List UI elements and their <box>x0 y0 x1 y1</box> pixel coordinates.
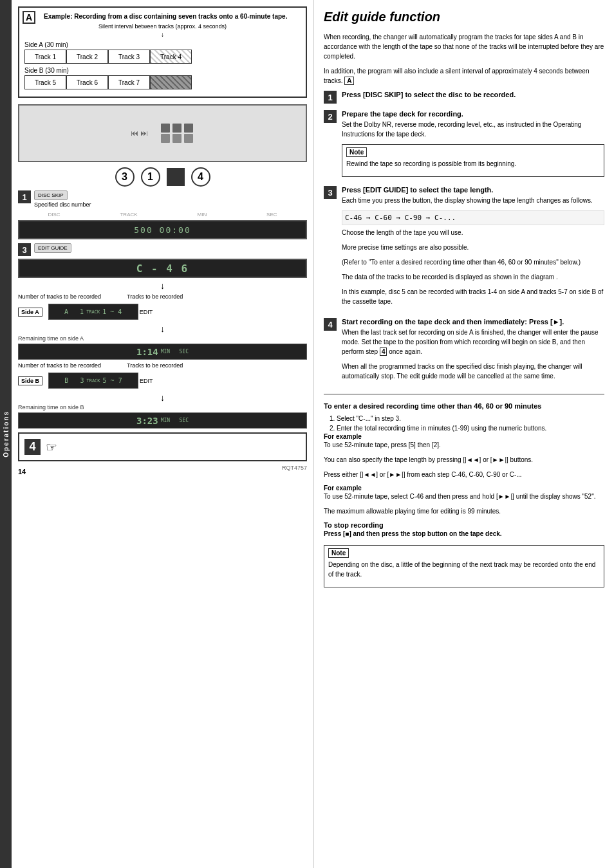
silent-interval: Silent interval between tracks (approx. … <box>24 23 301 30</box>
side-b-indicator: Side B <box>18 376 42 385</box>
right-step3-content: Press [EDIT GUIDE] to select the tape le… <box>342 186 604 311</box>
subsection-body4: The maximum allowable playing time for e… <box>324 506 604 516</box>
step-circle-1: 1 <box>141 167 160 187</box>
display1-screen: 500 00:00 <box>18 220 307 239</box>
right-step2: 2 Prepare the tape deck for recording. S… <box>324 110 604 180</box>
right-step3-body5: The data of the tracks to be recorded is… <box>342 272 604 282</box>
right-step2-content: Prepare the tape deck for recording. Set… <box>342 110 604 180</box>
arrow-down-4: ↓ <box>18 392 307 403</box>
step1-section: 1 DISC SKIP Specified disc number DISCTR… <box>18 190 307 239</box>
track-cell-6: Track 6 <box>66 75 108 89</box>
side-a-display-container: A 1TRACK1 ~ 4 EDIT <box>48 302 153 322</box>
specified-disc-label: Specified disc number <box>34 201 91 208</box>
intro2-text: In addition, the program will also inclu… <box>324 68 589 84</box>
page-footer: 14 RQT4757 <box>18 465 307 476</box>
right-step1-title: Press [DISC SKIP] to select the disc to … <box>342 91 604 98</box>
right-step4-num: 4 <box>324 318 337 331</box>
step4-section: 4 ☞ <box>18 432 307 461</box>
right-step3-body4: (Refer to "To enter a desired recording … <box>342 257 604 267</box>
step3-section: 3 EDIT GUIDE C - 4 6 ↓ Number of tracks … <box>18 243 307 429</box>
arrow-down-icon: ↓ <box>24 31 301 38</box>
subsection-body3: Press either [|◄◄] or [►►|] from each st… <box>324 470 604 479</box>
intro-text-1: When recording, the changer will automat… <box>324 32 604 61</box>
side-a-display-section: Number of tracks to be recorded Tracks t… <box>18 293 307 360</box>
step1-number: 1 <box>18 190 31 203</box>
track-cell-2: Track 2 <box>66 50 108 64</box>
right-step3-body: Each time you press the button, the disp… <box>342 196 604 205</box>
side-b-row: Side B B 3TRACK5 ~ 7 EDIT <box>18 371 307 391</box>
diagram-label-a: A <box>23 11 35 24</box>
side-a-indicator: Side A <box>18 308 42 317</box>
step3-header: 3 EDIT GUIDE <box>18 243 307 256</box>
stop-recording-title: To stop recording <box>324 521 604 529</box>
right-step4-content: Start recording on the tape deck and the… <box>342 318 604 386</box>
right-step4-body2: once again. <box>389 348 422 355</box>
divider <box>324 394 604 394</box>
side-b-label: Side B (30 min) <box>24 67 301 74</box>
subsection-step-2: Enter the total recording time in minute… <box>337 423 604 433</box>
right-step4-body3: When all the programmed tracks on the sp… <box>342 362 604 381</box>
right-step1: 1 Press [DISC SKIP] to select the disc t… <box>324 91 604 104</box>
right-step3-body2: Choose the length of the tape you will u… <box>342 228 604 237</box>
right-step4-title: Start recording on the tape deck and the… <box>342 318 604 326</box>
track-cell-3: Track 3 <box>108 50 150 64</box>
subsection-steps: Select "C-..." in step 3. Enter the tota… <box>337 414 604 433</box>
annotation-tracks-a: Number of tracks to be recorded Tracks t… <box>18 293 307 300</box>
sidebar: Operations <box>0 0 12 868</box>
note-label-2: Note <box>346 147 367 157</box>
display-remaining-b: 3:23 MIN SEC <box>18 412 307 429</box>
edit-guide-btn: EDIT GUIDE <box>34 243 71 253</box>
right-step2-body: Set the Dolby NR, reverse mode, recordin… <box>342 120 604 139</box>
right-step3-title: Press [EDIT GUIDE] to select the tape le… <box>342 186 604 194</box>
device-buttons <box>161 124 194 143</box>
device-illustration: ⏮ ⏭ <box>18 104 307 162</box>
remaining-a-label: Remaining time on side A <box>18 335 307 342</box>
display-side-a: A 1TRACK1 ~ 4 <box>48 304 138 320</box>
track-cell-5: Track 5 <box>24 75 66 89</box>
intro-label-a: A <box>344 77 354 85</box>
track-cell-4: Track 4 <box>150 50 192 64</box>
step3-number: 3 <box>18 243 31 256</box>
right-step1-content: Press [DISC SKIP] to select the disc to … <box>342 91 604 100</box>
tracks-row-a: Track 1 Track 2 Track 3 Track 4 <box>24 50 301 64</box>
sidebar-label: Operations <box>3 411 10 457</box>
tracks-recorded-label-a: Tracks to be recorded <box>127 293 183 300</box>
display-side-b: B 3TRACK5 ~ 7 <box>48 373 138 389</box>
display2-screen: C - 4 6 <box>18 259 307 278</box>
disc-skip-btn: DISC SKIP <box>34 190 68 200</box>
right-step4-body: When the last track set for recording on… <box>342 328 604 356</box>
remaining-b-label: Remaining time on side B <box>18 404 307 411</box>
stop-button <box>167 168 185 186</box>
note-box-2: Note Rewind the tape so recording is pos… <box>342 144 604 177</box>
track-cell-7: Track 7 <box>108 75 150 89</box>
device-display: ⏮ ⏭ <box>131 129 148 138</box>
track-hatch <box>150 75 192 89</box>
rqt-number: RQT4757 <box>282 465 307 476</box>
sequence-display: C-46 → C-60 → C-90 → C-... <box>342 210 604 225</box>
right-step3-body3: More precise time settings are also poss… <box>342 243 604 252</box>
right-step3: 3 Press [EDIT GUIDE] to select the tape … <box>324 186 604 311</box>
step1-header: 1 DISC SKIP Specified disc number <box>18 190 307 209</box>
side-b-display-section: Number of tracks to be recorded Tracks t… <box>18 362 307 429</box>
example-text: Example: Recording from a disc containin… <box>44 13 301 20</box>
note-box-final: Note Depending on the disc, a little of … <box>324 545 604 587</box>
right-panel: Edit guide function When recording, the … <box>314 0 614 868</box>
side-a-label: Side A (30 min) <box>24 41 301 48</box>
edit-label-b: EDIT <box>140 378 153 384</box>
right-step2-title: Prepare the tape deck for recording. <box>342 110 604 118</box>
step4-number: 4 <box>24 439 41 455</box>
tracks-to-be-recorded-a: Number of tracks to be recorded <box>18 293 101 300</box>
display-remaining-a: 1:14 MIN SEC <box>18 344 307 360</box>
step-ref-4: 4 <box>380 347 387 356</box>
subsection-body2: You can also specify the tape length by … <box>324 455 604 465</box>
right-step4: 4 Start recording on the tape deck and t… <box>324 318 604 386</box>
diagram-a: A Example: Recording from a disc contain… <box>18 6 307 98</box>
step-circle-4: 4 <box>191 167 210 187</box>
subsection-step-1: Select "C-..." in step 3. <box>337 414 604 423</box>
edit-label-a: EDIT <box>140 309 153 315</box>
for-example2-label: For example <box>324 485 604 492</box>
for-example2-text: To use 52-minute tape, select C-46 and t… <box>324 492 604 501</box>
arrow-down-2: ↓ <box>18 281 307 291</box>
side-a-row: Side A A 1TRACK1 ~ 4 EDIT <box>18 302 307 322</box>
control-steps-row: 3 1 4 <box>18 167 307 187</box>
